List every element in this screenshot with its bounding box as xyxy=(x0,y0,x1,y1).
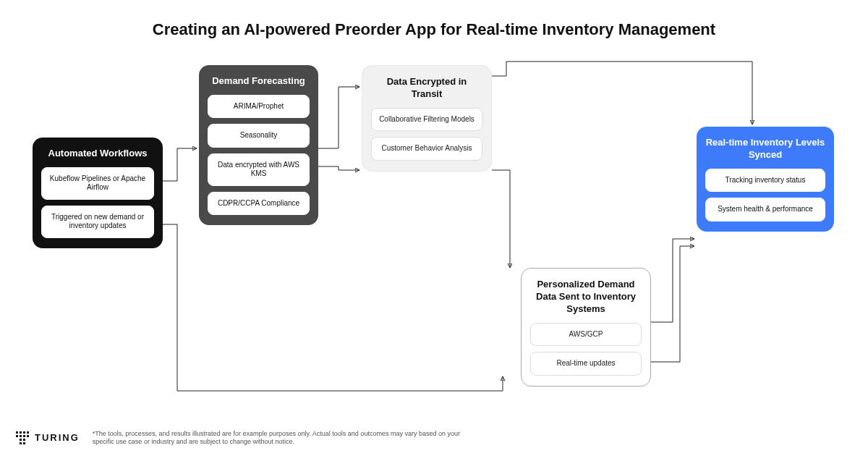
pill: Data encrypted with AWS KMS xyxy=(208,153,310,186)
logo-mark-icon xyxy=(16,431,29,444)
diagram-title: Creating an AI-powered Preorder App for … xyxy=(0,20,868,39)
card-title: Automated Workflows xyxy=(41,148,154,160)
pill: AWS/GCP xyxy=(530,323,642,347)
pill: Real-time updates xyxy=(530,352,642,376)
pill: Kubeflow Pipelines or Apache Airflow xyxy=(41,167,154,200)
disclaimer-text: *The tools, processes, and results illus… xyxy=(93,430,469,447)
card-title: Personalized Demand Data Sent to Invento… xyxy=(530,279,642,316)
card-title: Data Encrypted in Transit xyxy=(371,76,482,101)
pill: CDPR/CCPA Compliance xyxy=(208,192,310,216)
logo-text: TURING xyxy=(35,432,80,443)
pill: ARIMA/Prophet xyxy=(208,95,310,119)
card-data-encrypted: Data Encrypted in Transit Collaborative … xyxy=(362,65,492,172)
card-automated-workflows: Automated Workflows Kubeflow Pipelines o… xyxy=(33,138,163,248)
card-title: Demand Forecasting xyxy=(208,75,310,88)
pill: Seasonality xyxy=(208,124,310,148)
card-personalized-demand: Personalized Demand Data Sent to Invento… xyxy=(521,268,651,387)
card-title: Real-time Inventory Levels Synced xyxy=(705,137,825,161)
pill: Tracking inventory status xyxy=(705,169,825,193)
logo: TURING xyxy=(16,431,80,444)
card-inventory-synced: Real-time Inventory Levels Synced Tracki… xyxy=(697,127,834,232)
card-demand-forecasting: Demand Forecasting ARIMA/Prophet Seasona… xyxy=(199,65,318,225)
footer: TURING *The tools, processes, and result… xyxy=(16,430,469,447)
pill: System health & performance xyxy=(705,198,825,221)
pill: Collaborative Filtering Models xyxy=(371,108,482,132)
pill: Customer Behavior Analysis xyxy=(371,137,482,161)
pill: Triggered on new demand or inventory upd… xyxy=(41,206,154,238)
